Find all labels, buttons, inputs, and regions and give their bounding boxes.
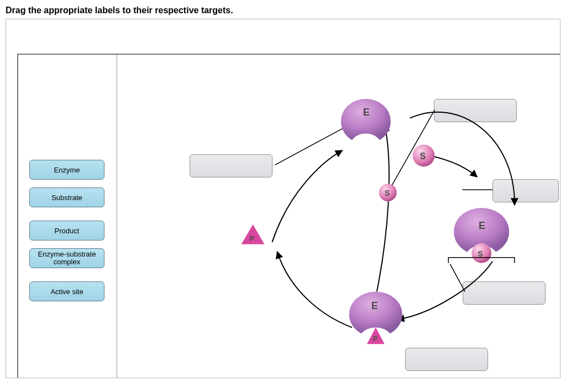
enzyme-diagram: E S S E S bbox=[117, 55, 560, 378]
labels-sidebar: Enzyme Substrate Product Enzyme-substrat… bbox=[18, 55, 117, 378]
svg-text:S: S bbox=[385, 189, 390, 197]
enzyme-substrate-complex: E S bbox=[448, 208, 515, 263]
svg-text:S: S bbox=[420, 151, 426, 161]
question-panel: Enzyme Substrate Product Enzyme-substrat… bbox=[6, 19, 560, 378]
label-active-site[interactable]: Active site bbox=[29, 281, 104, 301]
svg-text:P: P bbox=[373, 335, 378, 343]
label-enzyme[interactable]: Enzyme bbox=[29, 160, 104, 180]
svg-text:E: E bbox=[371, 300, 378, 311]
instruction-text: Drag the appropriate labels to their res… bbox=[0, 0, 566, 19]
substrate-small: S bbox=[379, 184, 397, 201]
label-enzyme-substrate-complex[interactable]: Enzyme-substrate complex bbox=[29, 248, 104, 268]
enzyme-top: E bbox=[341, 99, 391, 140]
svg-line-3 bbox=[450, 264, 465, 292]
svg-text:S: S bbox=[478, 249, 483, 258]
label-product[interactable]: Product bbox=[29, 221, 104, 241]
svg-text:P: P bbox=[250, 234, 255, 243]
enzyme-product: E P bbox=[349, 292, 402, 344]
label-substrate[interactable]: Substrate bbox=[29, 187, 104, 207]
work-area: Enzyme Substrate Product Enzyme-substrat… bbox=[17, 54, 560, 378]
svg-line-0 bbox=[275, 127, 347, 165]
substrate-large: S bbox=[413, 144, 435, 166]
svg-text:E: E bbox=[363, 107, 370, 118]
svg-text:E: E bbox=[479, 220, 485, 231]
product-released: P bbox=[242, 224, 265, 244]
